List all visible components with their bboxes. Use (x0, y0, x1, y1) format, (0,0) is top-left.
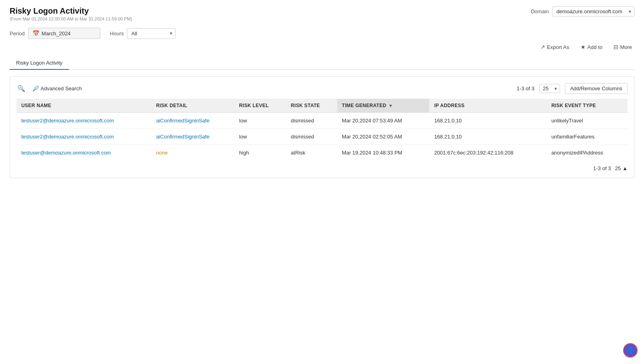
add-to-label: Add to (587, 44, 603, 50)
sort-desc-icon: ▾ (389, 103, 392, 108)
cell-risk-level: low (234, 129, 286, 145)
cell-ip-address: 168.21.0.10 (429, 113, 546, 129)
cell-time-generated: Mar 20,2024 07:53:49 AM (337, 113, 430, 129)
page-subtitle: (From Mar 01,2024 12:00:00 AM to Mar 31,… (10, 16, 132, 21)
cell-risk-event-type: unfamiliarFeatures (546, 129, 628, 145)
star-icon: ★ (581, 44, 586, 50)
advanced-search-label: Advanced Search (41, 85, 82, 92)
period-label: Period (10, 31, 25, 37)
cell-risk-detail: aiConfirmedSigninSafe (151, 129, 234, 145)
cell-risk-level: high (234, 145, 286, 161)
more-icon: ⊟ (613, 44, 618, 50)
table-row: testuser2@demoazure.onmicrosoft.com aiCo… (16, 129, 628, 145)
per-page-select[interactable]: 2550100 (539, 84, 560, 93)
add-to-button[interactable]: ★ Add to (578, 42, 605, 52)
risk-detail-link[interactable]: aiConfirmedSigninSafe (156, 134, 210, 140)
page-title: Risky Logon Activity (10, 6, 132, 16)
tab-risky-logon[interactable]: Risky Logon Activity (10, 57, 69, 70)
search-toolbar: 🔍 🔎 Advanced Search 1-3 of 3 2550100 Add… (16, 83, 628, 94)
export-icon: ↗ (540, 44, 545, 50)
more-label: More (620, 44, 632, 50)
table-row: testuser@demoazure.onmicrosoft.com none … (16, 145, 628, 161)
user-name-link[interactable]: testuser2@demoazure.onmicrosoft.com (21, 118, 114, 124)
up-arrow-icon: ▲ (622, 165, 628, 171)
domain-select[interactable]: demoazure.onmicrosoft.com (552, 6, 634, 16)
col-risk-level: RISK LEVEL (234, 99, 286, 113)
col-risk-event-type: RISK EVENT TYPE (546, 99, 628, 113)
cell-ip-address: 168.21.0.10 (429, 129, 546, 145)
cell-risk-level: low (234, 113, 286, 129)
footer-per-page-value: 25 (615, 165, 621, 171)
more-button[interactable]: ⊟ More (611, 42, 634, 52)
footer-pagination-info: 1-3 of 3 (593, 165, 611, 171)
cell-user-name: testuser2@demoazure.onmicrosoft.com (16, 113, 151, 129)
cell-risk-state: dismissed (286, 113, 337, 129)
cell-risk-state: dismissed (286, 129, 337, 145)
add-remove-columns-button[interactable]: Add/Remove Columns (565, 83, 628, 94)
search-icon: 🔍 (17, 85, 25, 92)
col-risk-detail: RISK DETAIL (151, 99, 234, 113)
cell-risk-event-type: anonymizedIPAddress (546, 145, 628, 161)
risk-detail-none: none (156, 150, 168, 156)
col-user-name: USER NAME (16, 99, 151, 113)
col-risk-state: RISK STATE (286, 99, 337, 113)
table-header-row: USER NAME RISK DETAIL RISK LEVEL RISK ST… (16, 99, 628, 113)
cell-risk-state: atRisk (286, 145, 337, 161)
user-name-link[interactable]: testuser@demoazure.onmicrosoft.com (21, 150, 111, 156)
content-area: 🔍 🔎 Advanced Search 1-3 of 3 2550100 Add… (10, 76, 634, 178)
data-table: USER NAME RISK DETAIL RISK LEVEL RISK ST… (16, 99, 628, 161)
risk-detail-link[interactable]: aiConfirmedSigninSafe (156, 118, 210, 124)
user-name-link[interactable]: testuser2@demoazure.onmicrosoft.com (21, 134, 114, 140)
search-button[interactable]: 🔍 (16, 84, 26, 93)
cell-user-name: testuser2@demoazure.onmicrosoft.com (16, 129, 151, 145)
cell-user-name: testuser@demoazure.onmicrosoft.com (16, 145, 151, 161)
hours-select[interactable]: AllLast HourLast 4 HoursLast 24 Hours (127, 28, 175, 39)
cell-risk-detail: none (151, 145, 234, 161)
domain-label: Domain (531, 8, 549, 14)
calendar-icon: 📅 (33, 30, 39, 37)
col-time-generated[interactable]: TIME GENERATED ▾ (337, 99, 430, 113)
col-ip-address: IP ADDRESS (429, 99, 546, 113)
export-as-button[interactable]: ↗ Export As (538, 42, 572, 52)
cell-time-generated: Mar 20,2024 02:52:05 AM (337, 129, 430, 145)
cell-ip-address: 2001:67c:6ec:203:192:42:116:208 (429, 145, 546, 161)
period-value: March_2024 (42, 31, 71, 37)
export-label: Export As (547, 44, 569, 50)
cell-time-generated: Mar 19,2024 10:48:33 PM (337, 145, 430, 161)
pagination-info: 1-3 of 3 (517, 85, 534, 92)
period-input[interactable]: 📅 March_2024 (28, 28, 100, 39)
advanced-search-icon: 🔎 (33, 85, 39, 92)
table-row: testuser2@demoazure.onmicrosoft.com aiCo… (16, 113, 628, 129)
footer-pagination: 1-3 of 3 25 ▲ (16, 165, 628, 171)
advanced-search-button[interactable]: 🔎 Advanced Search (31, 85, 84, 92)
cell-risk-event-type: unlikelyTravel (546, 113, 628, 129)
hours-label: Hours (110, 31, 124, 37)
cell-risk-detail: aiConfirmedSigninSafe (151, 113, 234, 129)
footer-per-page[interactable]: 25 ▲ (615, 165, 628, 171)
